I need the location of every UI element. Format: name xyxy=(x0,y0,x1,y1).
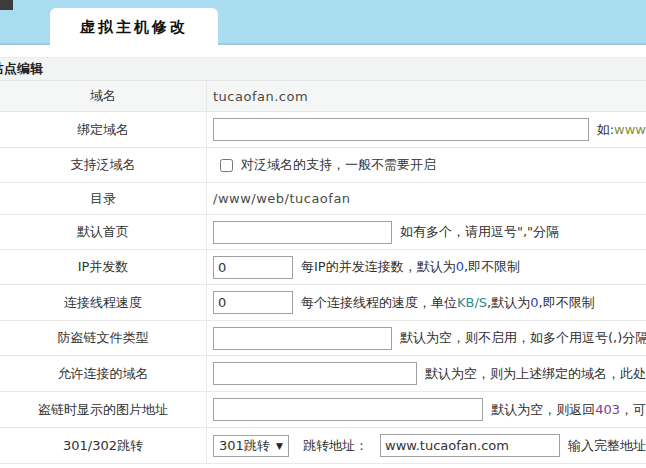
cut-off-row xyxy=(0,464,646,468)
field-label-ip-concurrency: IP并发数 xyxy=(0,250,207,284)
thread-speed-input[interactable] xyxy=(213,291,293,314)
directory-value: /www/web/tucaofan xyxy=(213,191,351,206)
field-label-thread-speed: 连接线程速度 xyxy=(0,285,207,320)
default-index-hint: 如有多个，请用逗号","分隔 xyxy=(400,223,559,241)
allowed-domains-hint: 默认为空，则为上述绑定的域名，此处 xyxy=(425,365,646,383)
wildcard-checkbox[interactable] xyxy=(220,159,233,172)
table-row: 目录 /www/web/tucaofan xyxy=(0,183,646,215)
redirect-address-input[interactable] xyxy=(380,434,560,457)
thread-speed-hint: 每个连接线程的速度，单位KB/S,默认为0,即不限制 xyxy=(301,294,595,312)
redirect-type-value: 301跳转 xyxy=(219,437,270,455)
field-label-default-index: 默认首页 xyxy=(0,215,207,249)
table-row: 域名 tucaofan.com xyxy=(0,81,646,112)
table-row: 默认首页 如有多个，请用逗号","分隔 xyxy=(0,215,646,250)
tab-title: 虚拟主机修改 xyxy=(80,18,188,37)
field-label-antileech-types: 防盗链文件类型 xyxy=(0,321,207,355)
table-row: 盗链时显示的图片地址 默认为空，则返回403，可 xyxy=(0,392,646,428)
site-edit-form: 域名 tucaofan.com 绑定域名 如:www 支持泛域名 对泛域名的支持… xyxy=(0,81,646,468)
table-row: 支持泛域名 对泛域名的支持，一般不需要开启 xyxy=(0,148,646,183)
top-header-bar: 虚拟主机修改 xyxy=(0,0,646,45)
leech-image-url-hint: 默认为空，则返回403，可 xyxy=(491,401,646,419)
corner-fragment xyxy=(0,0,13,10)
bind-domain-input[interactable] xyxy=(213,118,589,141)
table-row: IP并发数 每IP的并发连接数，默认为0,即不限制 xyxy=(0,250,646,285)
redirect-address-label: 跳转地址： xyxy=(303,437,368,455)
field-label-allowed-domains: 允许连接的域名 xyxy=(0,356,207,391)
antileech-types-input[interactable] xyxy=(213,327,392,350)
table-row: 防盗链文件类型 默认为空，则不启用，如多个用逗号(,)分隔 xyxy=(0,321,646,356)
table-row: 绑定域名 如:www xyxy=(0,112,646,148)
wildcard-hint: 对泛域名的支持，一般不需要开启 xyxy=(241,156,436,174)
section-header: 站点编辑 xyxy=(0,57,646,81)
ip-concurrency-hint: 每IP的并发连接数，默认为0,即不限制 xyxy=(301,258,520,276)
virtual-host-edit-page: 虚拟主机修改 站点编辑 域名 tucaofan.com 绑定域名 如:www 支… xyxy=(0,0,646,468)
field-label-leech-image-url: 盗链时显示的图片地址 xyxy=(0,392,207,427)
default-index-input[interactable] xyxy=(213,221,392,244)
field-label-redirect: 301/302跳转 xyxy=(0,428,207,463)
chevron-down-icon: ▼ xyxy=(276,441,283,451)
domain-value: tucaofan.com xyxy=(213,89,308,104)
redirect-type-select[interactable]: 301跳转 ▼ xyxy=(213,435,289,457)
field-label-domain: 域名 xyxy=(0,81,207,111)
field-label-directory: 目录 xyxy=(0,183,207,214)
table-row: 连接线程速度 每个连接线程的速度，单位KB/S,默认为0,即不限制 xyxy=(0,285,646,321)
field-label-bind-domain: 绑定域名 xyxy=(0,112,207,147)
bind-domain-hint: 如:www xyxy=(597,121,646,139)
table-row: 允许连接的域名 默认为空，则为上述绑定的域名，此处 xyxy=(0,356,646,392)
redirect-address-hint: 输入完整地址 xyxy=(568,437,646,455)
field-label-wildcard: 支持泛域名 xyxy=(0,148,207,182)
table-row: 301/302跳转 301跳转 ▼ 跳转地址： 输入完整地址 xyxy=(0,428,646,464)
tab-virtual-host-edit[interactable]: 虚拟主机修改 xyxy=(50,8,218,47)
section-title: 站点编辑 xyxy=(0,60,43,78)
antileech-types-hint: 默认为空，则不启用，如多个用逗号(,)分隔 xyxy=(400,329,646,347)
leech-image-url-input[interactable] xyxy=(213,398,483,421)
allowed-domains-input[interactable] xyxy=(213,362,417,385)
ip-concurrency-input[interactable] xyxy=(213,256,293,279)
